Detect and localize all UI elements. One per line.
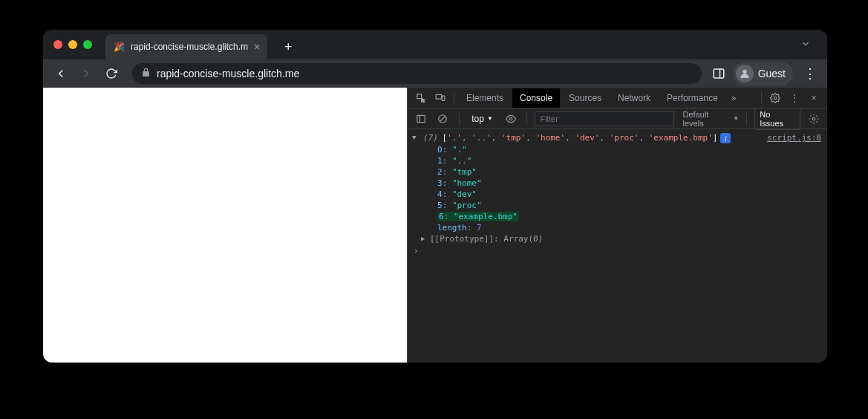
array-length-row[interactable]: length: 7 (408, 222, 827, 233)
svg-line-10 (440, 116, 446, 121)
svg-rect-3 (417, 94, 422, 98)
inspect-element-button[interactable] (412, 89, 430, 107)
svg-rect-5 (442, 96, 445, 100)
clear-console-button[interactable] (434, 110, 452, 128)
maximize-window-button[interactable] (83, 40, 92, 49)
prototype-row[interactable]: ▶[[Prototype]]: Array(0) (408, 233, 827, 244)
tab-favicon: 🎉 (113, 41, 125, 53)
svg-point-11 (509, 117, 512, 120)
console-prompt[interactable]: › (408, 244, 827, 257)
titlebar: 🎉 rapid-concise-muscle.glitch.m × + (43, 30, 827, 59)
console-sidebar-toggle[interactable] (412, 110, 430, 128)
devtools-close-button[interactable]: × (805, 89, 823, 107)
close-window-button[interactable] (53, 40, 62, 49)
panel-toggle-icon[interactable] (712, 67, 725, 80)
forward-button[interactable] (76, 63, 97, 84)
devtools-settings-button[interactable] (766, 89, 784, 107)
array-entry-row[interactable]: 2: "tmp" (408, 166, 827, 178)
page-viewport[interactable] (43, 88, 407, 363)
device-toolbar-button[interactable] (431, 89, 449, 107)
svg-rect-4 (436, 94, 442, 99)
profile-button[interactable]: Guest (733, 62, 793, 85)
tab-sources[interactable]: Sources (561, 88, 609, 108)
source-link[interactable]: script.js:8 (758, 133, 821, 143)
back-button[interactable] (50, 63, 71, 84)
tab-search-button[interactable] (794, 36, 817, 54)
live-expression-button[interactable] (502, 110, 520, 128)
array-entry-row[interactable]: 4: "dev" (408, 189, 827, 200)
tab-network[interactable]: Network (610, 88, 658, 108)
log-levels-selector[interactable]: Default levels ▼ (683, 110, 740, 128)
console-toolbar: top ▼ Default levels ▼ No Issues (408, 108, 827, 129)
context-selector[interactable]: top ▼ (467, 112, 497, 126)
console-settings-button[interactable] (805, 110, 823, 128)
devtools-panel: Elements Console Sources Network Perform… (407, 88, 827, 363)
browser-menu-button[interactable]: ⋮ (800, 65, 820, 82)
browser-window: 🎉 rapid-concise-muscle.glitch.m × + rapi… (43, 30, 827, 363)
content-area: Elements Console Sources Network Perform… (43, 88, 827, 363)
tabs-overflow-button[interactable]: » (727, 93, 741, 103)
array-entry-row[interactable]: 3: "home" (408, 178, 827, 189)
browser-tab[interactable]: 🎉 rapid-concise-muscle.glitch.m × (105, 34, 267, 59)
console-output[interactable]: ▼ (7) ['.', '..', 'tmp', 'home', 'dev', … (408, 129, 827, 363)
svg-point-6 (774, 97, 777, 100)
tab-close-button[interactable]: × (254, 41, 260, 53)
address-bar[interactable]: rapid-concise-muscle.glitch.me (132, 63, 702, 84)
tab-performance[interactable]: Performance (659, 88, 725, 108)
minimize-window-button[interactable] (68, 40, 77, 49)
console-log-summary[interactable]: ▼ (7) ['.', '..', 'tmp', 'home', 'dev', … (408, 132, 827, 144)
tab-elements[interactable]: Elements (459, 88, 511, 108)
svg-point-2 (743, 70, 746, 74)
reload-button[interactable] (101, 63, 122, 84)
svg-point-12 (812, 117, 815, 120)
avatar-icon (736, 65, 754, 82)
tab-console[interactable]: Console (512, 88, 560, 108)
profile-label: Guest (758, 68, 786, 79)
toolbar: rapid-concise-muscle.glitch.me Guest ⋮ (43, 59, 827, 88)
url-text: rapid-concise-muscle.glitch.me (157, 68, 693, 79)
info-badge-icon[interactable]: i (720, 133, 731, 143)
lock-icon (141, 68, 151, 79)
svg-rect-7 (417, 115, 425, 122)
array-entry-row[interactable]: 1: ".." (408, 155, 827, 166)
svg-rect-0 (714, 69, 724, 78)
new-tab-button[interactable]: + (278, 36, 298, 57)
traffic-lights (53, 40, 92, 49)
array-entry-row[interactable]: 6: "example.bmp" (408, 211, 827, 222)
devtools-menu-button[interactable]: ⋮ (786, 89, 803, 107)
issues-button[interactable]: No Issues (754, 108, 800, 130)
tab-title: rapid-concise-muscle.glitch.m (131, 42, 248, 52)
collapse-arrow-icon[interactable]: ▼ (412, 134, 416, 141)
array-entry-row[interactable]: 0: "." (408, 144, 827, 155)
expand-arrow-icon[interactable]: ▶ (421, 235, 425, 242)
toolbar-right: Guest ⋮ (712, 62, 820, 85)
devtools-tabbar: Elements Console Sources Network Perform… (408, 88, 827, 108)
array-entry-row[interactable]: 5: "proc" (408, 200, 827, 211)
console-filter-input[interactable] (535, 111, 673, 126)
